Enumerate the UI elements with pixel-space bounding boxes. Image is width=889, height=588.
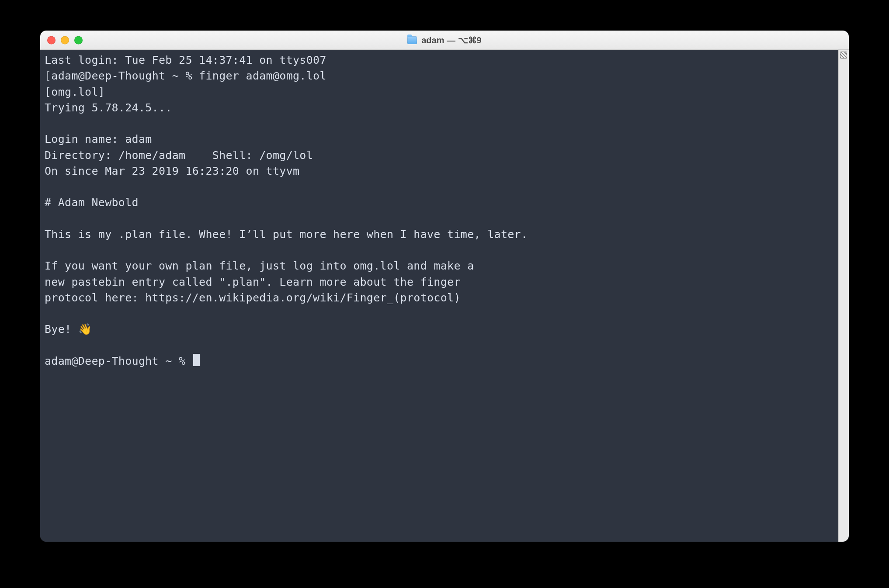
prompt-line-2[interactable]: adam@Deep-Thought ~ % xyxy=(45,353,834,369)
zoom-button[interactable] xyxy=(74,36,83,44)
close-button[interactable] xyxy=(47,36,56,44)
cursor-block-icon xyxy=(193,354,200,366)
command-text: finger adam@omg.lol xyxy=(199,69,326,82)
plan-paragraph-2-line-2: new pastebin entry called ".plan". Learn… xyxy=(45,274,834,290)
minimize-button[interactable] xyxy=(61,36,69,44)
output-host: [omg.lol] xyxy=(45,84,834,100)
plan-bye: Bye! 👋 xyxy=(45,322,834,337)
last-login-line: Last login: Tue Feb 25 14:37:41 on ttys0… xyxy=(45,52,834,68)
output-login-name: Login name: adam xyxy=(45,131,834,147)
window-title: adam — ⌥⌘9 xyxy=(407,35,481,45)
terminal-window: adam — ⌥⌘9 Last login: Tue Feb 25 14:37:… xyxy=(40,31,849,542)
blank-line xyxy=(45,242,834,258)
plan-paragraph-2-line-3: protocol here: https://en.wikipedia.org/… xyxy=(45,290,834,306)
window-title-text: adam — ⌥⌘9 xyxy=(421,35,481,45)
output-on-since: On since Mar 23 2019 16:23:20 on ttyvm xyxy=(45,163,834,179)
traffic-lights xyxy=(47,36,83,44)
prompt-open-bracket: [ xyxy=(45,69,51,82)
blank-line xyxy=(45,116,834,131)
blank-line xyxy=(45,306,834,322)
scroll-indicator-icon xyxy=(840,52,847,59)
plan-paragraph-2-line-1: If you want your own plan file, just log… xyxy=(45,258,834,274)
shell-prompt-2: adam@Deep-Thought ~ % xyxy=(45,355,192,367)
output-dir-shell: Directory: /home/adam Shell: /omg/lol xyxy=(45,148,834,163)
blank-line xyxy=(45,211,834,227)
shell-prompt-1: adam@Deep-Thought ~ % xyxy=(51,69,199,82)
prompt-line-1: [adam@Deep-Thought ~ % finger adam@omg.l… xyxy=(45,68,834,84)
folder-icon xyxy=(407,36,417,44)
output-trying: Trying 5.78.24.5... xyxy=(45,100,834,116)
blank-line xyxy=(45,338,834,353)
terminal-output[interactable]: Last login: Tue Feb 25 14:37:41 on ttys0… xyxy=(40,50,838,542)
titlebar[interactable]: adam — ⌥⌘9 xyxy=(40,31,849,50)
blank-line xyxy=(45,179,834,195)
plan-paragraph-1: This is my .plan file. Whee! I’ll put mo… xyxy=(45,227,834,242)
plan-heading: # Adam Newbold xyxy=(45,195,834,211)
terminal-area: Last login: Tue Feb 25 14:37:41 on ttys0… xyxy=(40,50,849,542)
scrollbar[interactable] xyxy=(838,50,849,542)
